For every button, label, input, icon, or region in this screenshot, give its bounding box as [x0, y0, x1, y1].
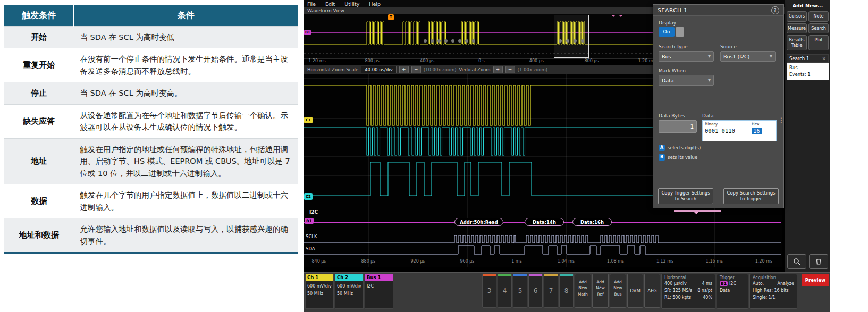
condition-desc: 当 SDA 在 SCL 为高时变高。 [74, 82, 298, 104]
afg-button[interactable]: AFG [644, 274, 660, 308]
trigger-settings-panel[interactable]: Trigger B1I2C Data [717, 274, 748, 309]
add-new-bus-button[interactable]: Add New Bus [610, 274, 626, 308]
table-header: 条件 [74, 5, 298, 27]
zoom-region-box[interactable] [554, 15, 589, 58]
trash-icon [814, 257, 823, 266]
source-dropdown[interactable]: Bus1 (I2C) ▼ [720, 51, 776, 62]
channel-number: 8 [564, 287, 569, 294]
close-icon[interactable]: × [822, 56, 826, 61]
binary-label: Binary [705, 122, 747, 127]
search1-tab[interactable]: Search 1 × [787, 54, 829, 63]
menu-utility[interactable]: Utility [344, 1, 359, 7]
channel-number: 7 [549, 287, 553, 294]
bottom-status-bar: Ch 1 600 mV/div 50 MHz Ch 2 600 mV/div 5… [304, 272, 830, 312]
trigger-position-marker-icon[interactable]: T [388, 14, 394, 20]
channel-color-strip [529, 274, 542, 276]
add-new-ref-button[interactable]: Add New Ref [592, 274, 609, 308]
panel-drag-handle[interactable]: ⋮ [778, 116, 785, 124]
data-bytes-input[interactable]: 1 [659, 120, 697, 133]
acquisition-row: High Res: 16 bits [753, 288, 794, 294]
zoom-controls-bar: Horizontal Zoom Scale 40.00 us/div + − (… [304, 65, 653, 74]
i2c-trigger-table: 触发条件条件 开始当 SDA 在 SCL 为高时变低重复开始在没有前一个停止条件… [4, 5, 298, 254]
menu-help[interactable]: Help [369, 1, 381, 7]
waveform-overview[interactable]: T B1 [304, 14, 653, 59]
overview-axis-label: 0 s [478, 58, 485, 63]
menu-edit[interactable]: Edit [325, 1, 335, 7]
table-row: 数据触发在几个字节的用户指定数据值上，数据值以二进制或十六进制输入。 [4, 184, 298, 218]
search1-result-card[interactable]: Bus Events: 1 [787, 63, 829, 80]
dvm-button[interactable]: DVM [627, 274, 643, 308]
h-zoom-out-button[interactable]: − [411, 66, 421, 73]
add-new-buttons: CursorsNoteMeasureSearchResults TablePlo… [787, 11, 829, 50]
overview-axis-label: -400 µs [418, 58, 434, 63]
mark-when-dropdown[interactable]: Data ▼ [659, 75, 714, 86]
display-toggle[interactable]: On [659, 27, 778, 37]
h-zoom-in-button[interactable]: + [399, 66, 409, 73]
search-marker-triangle-icon [694, 212, 699, 217]
h-zoom-factor: (10.00x zoom) [424, 67, 457, 72]
channel-6-button[interactable]: 6 [528, 274, 543, 308]
knob-a-hint: A selects digit(s) [659, 145, 778, 151]
overview-bus-badge: B1 [304, 30, 311, 35]
search-type-dropdown[interactable]: Bus ▼ [659, 51, 714, 62]
trash-button[interactable] [809, 254, 828, 269]
time-axis-label: 960 µs [460, 259, 474, 264]
ch2-badge[interactable]: Ch 2 600 mV/div 50 MHz [335, 274, 364, 309]
mark-when-label: Mark When [659, 68, 778, 73]
trigger-marker-letter: T [390, 15, 392, 19]
trigger-table-section: 触发条件条件 开始当 SDA 在 SCL 为高时变低重复开始在没有前一个停止条件… [4, 5, 298, 254]
table-row: 开始当 SDA 在 SCL 为高时变低 [4, 27, 298, 48]
time-axis-label: 1.08 ms [607, 259, 624, 264]
condition-name: 地址和数据 [4, 218, 74, 253]
horizontal-row: RL: 500 kpts40% [664, 294, 712, 301]
add-new-note-button[interactable]: Note [808, 11, 829, 22]
v-zoom-factor: (1.00x zoom) [518, 67, 547, 72]
add-new-measure-button[interactable]: Measure [787, 23, 807, 34]
add-new-results-table-button[interactable]: Results Table [787, 35, 807, 50]
copy-trigger-to-search-button[interactable]: Copy Trigger Settings to Search [658, 188, 713, 204]
bus1-badge[interactable]: Bus 1 I2C [365, 274, 393, 309]
v-zoom-in-button[interactable]: + [493, 66, 503, 73]
trigger-title: Trigger [720, 275, 745, 280]
binary-value-input[interactable]: 0001 0110 [705, 128, 747, 134]
knob-b-text: sets its value [668, 155, 697, 160]
channel-3-button[interactable]: 3 [482, 274, 496, 308]
bus1-axis-badge[interactable]: B1 [305, 218, 314, 224]
ch2-axis-badge[interactable]: C2 [304, 193, 313, 200]
add-new-math-button[interactable]: Add New Math [575, 274, 591, 308]
menu-file[interactable]: File [307, 1, 316, 7]
copy-search-to-trigger-button[interactable]: Copy Search Settings to Trigger [723, 188, 779, 204]
add-new-search-button[interactable]: Search [808, 23, 829, 34]
acquisition-settings-panel[interactable]: Acquisition Auto,AnalyzeHigh Res: 16 bit… [749, 274, 797, 309]
channel-7-button[interactable]: 7 [544, 274, 558, 308]
decode-dot [444, 39, 448, 43]
knob-b-badge: B [659, 154, 665, 161]
channel-color-strip [483, 274, 496, 276]
ch1-axis-badge[interactable]: C1 [304, 117, 313, 123]
waveform-view-label: Waveform View [307, 8, 344, 13]
horizontal-zoom-scale-value[interactable]: 40.00 us/div [361, 66, 397, 73]
ch1-scale: 600 mV/div [307, 283, 332, 290]
add-new-plot-button[interactable]: Plot [808, 35, 829, 50]
trigger-bus: I2C [729, 281, 736, 286]
help-icon[interactable]: ? [771, 6, 779, 14]
i2c-bus-label: I2C [309, 209, 318, 215]
add-new-cursors-button[interactable]: Cursors [787, 11, 807, 22]
preview-button[interactable]: Preview [802, 274, 829, 286]
channel-8-button[interactable]: 8 [559, 274, 574, 308]
time-axis-label: 1 ms [511, 259, 522, 264]
data-value-group: Binary 0001 0110 Hex 16 [702, 120, 777, 141]
v-zoom-out-button[interactable]: − [505, 66, 515, 73]
time-axis-label: 1.20 ms [755, 259, 772, 264]
ch2-bandwidth: 50 MHz [337, 290, 361, 298]
channel-4-button[interactable]: 4 [498, 274, 512, 308]
decode-dot [458, 39, 461, 43]
horizontal-settings-panel[interactable]: Horizontal 400 µs/div4 msSR: 125 MS/s8 n… [661, 274, 715, 309]
overview-waveform-svg [304, 14, 653, 58]
hex-value-input[interactable]: 16 [752, 128, 762, 134]
ch1-badge[interactable]: Ch 1 600 mV/div 50 MHz [305, 274, 334, 309]
zoom-tool-button[interactable] [787, 254, 806, 269]
channel-5-button[interactable]: 5 [513, 274, 527, 308]
acquisition-row: Single: 1/1 [753, 294, 794, 301]
ch1-bandwidth: 50 MHz [307, 290, 332, 298]
